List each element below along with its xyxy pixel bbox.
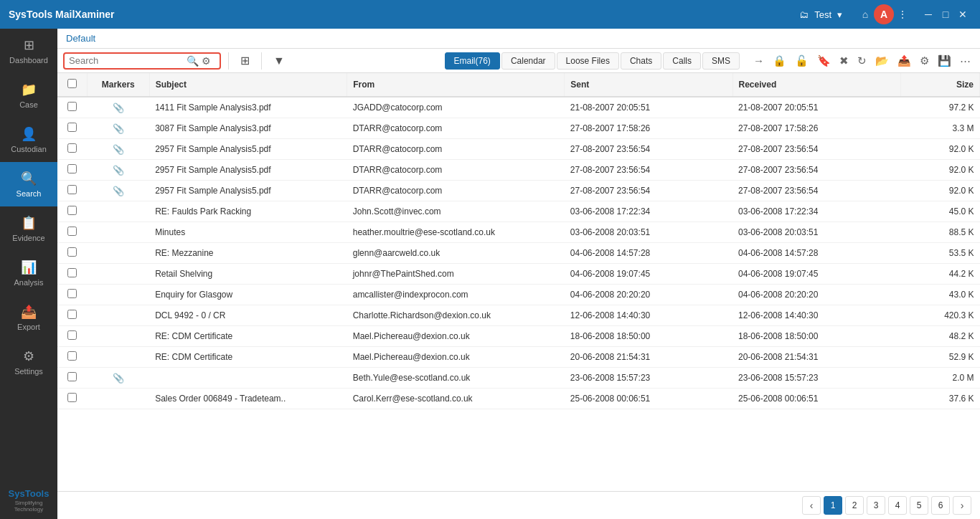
- row-size: 2.0 M: [900, 368, 979, 389]
- row-from: Carol.Kerr@ese-scotland.co.uk: [347, 389, 565, 409]
- sidebar-item-dashboard[interactable]: ⊞ Dashboard: [0, 29, 57, 73]
- row-received: 04-06-2008 14:57:28: [732, 243, 900, 264]
- open-folder-button[interactable]: 📂: [872, 52, 892, 70]
- row-checkbox[interactable]: [67, 393, 77, 402]
- col-header-size: Size: [900, 73, 979, 97]
- tab-loose-files[interactable]: Loose Files: [557, 52, 619, 70]
- row-subject[interactable]: 1411 Fit Sample Analysis3.pdf: [149, 97, 347, 118]
- tab-calls[interactable]: Calls: [663, 52, 701, 70]
- sidebar-item-export[interactable]: 📤 Export: [0, 295, 57, 340]
- lock-button[interactable]: 🔒: [769, 52, 790, 70]
- save-button[interactable]: 💾: [934, 52, 955, 70]
- row-checkbox[interactable]: [67, 268, 77, 277]
- maximize-button[interactable]: □: [937, 6, 954, 23]
- row-subject[interactable]: Retail Shelving: [149, 264, 347, 285]
- sidebar-item-search[interactable]: 🔍 Search: [0, 162, 57, 206]
- row-checkbox-cell: [57, 181, 87, 201]
- layout-toggle-button[interactable]: ⊞: [236, 52, 254, 70]
- top-bar: Default: [57, 29, 980, 49]
- sidebar-label-analysis: Analysis: [14, 278, 44, 287]
- menu-icon[interactable]: ⋮: [894, 6, 911, 23]
- tab-calendar[interactable]: Calendar: [501, 52, 555, 70]
- row-checkbox[interactable]: [67, 247, 77, 257]
- tab-sms[interactable]: SMS: [702, 52, 740, 70]
- bookmark-button[interactable]: 🔖: [814, 52, 834, 70]
- row-size: 420.3 K: [900, 305, 979, 326]
- row-checkbox[interactable]: [67, 143, 77, 153]
- row-subject[interactable]: 2957 Fit Sample Analysis5.pdf: [149, 160, 347, 181]
- unlock-button[interactable]: 🔓: [791, 52, 812, 70]
- forward-button[interactable]: →: [750, 52, 768, 69]
- col-header-from: From: [347, 73, 565, 97]
- close-button[interactable]: ✕: [954, 6, 971, 23]
- row-subject[interactable]: 3087 Fit Sample Analysis3.pdf: [149, 118, 347, 139]
- settings-icon: ⚙: [23, 348, 34, 364]
- row-checkbox[interactable]: [67, 330, 77, 340]
- search-settings-icon[interactable]: ⚙: [202, 55, 211, 67]
- row-marker-cell: 📎: [87, 139, 149, 160]
- page-4-button[interactable]: 4: [888, 496, 907, 515]
- page-5-button[interactable]: 5: [910, 496, 928, 515]
- remove-bookmark-button[interactable]: ✖: [836, 52, 852, 70]
- row-checkbox[interactable]: [67, 185, 77, 194]
- row-marker-cell: [87, 264, 149, 285]
- table-row: DCL 9492 - 0 / CR Charlotte.Richardson@d…: [57, 305, 980, 326]
- row-subject[interactable]: [149, 368, 347, 389]
- row-subject[interactable]: Sales Order 006849 - Tradeteam..: [149, 389, 347, 409]
- row-subject[interactable]: Enquiry for Glasgow: [149, 285, 347, 305]
- search-input[interactable]: [69, 55, 184, 66]
- sidebar-item-settings[interactable]: ⚙ Settings: [0, 340, 57, 384]
- select-all-checkbox[interactable]: [67, 79, 77, 88]
- workspace-dropdown-icon[interactable]: ▾: [837, 9, 842, 20]
- row-from: Charlotte.Richardson@dexion.co.uk: [347, 305, 565, 326]
- row-subject[interactable]: RE: CDM Certificate: [149, 326, 347, 347]
- row-sent: 27-08-2007 17:58:26: [565, 118, 732, 139]
- row-subject[interactable]: RE: Faulds Park Racking: [149, 201, 347, 222]
- sidebar-item-analysis[interactable]: 📊 Analysis: [0, 251, 57, 295]
- search-icon[interactable]: 🔍: [187, 55, 199, 67]
- page-1-button[interactable]: 1: [824, 496, 842, 515]
- row-received: 03-06-2008 20:03:51: [732, 222, 900, 243]
- row-subject[interactable]: RE: Mezzanine: [149, 243, 347, 264]
- sidebar-item-custodian[interactable]: 👤 Custodian: [0, 118, 57, 162]
- page-6-button[interactable]: 6: [931, 496, 950, 515]
- workspace-icon: 🗂: [799, 9, 809, 20]
- minimize-button[interactable]: ─: [920, 6, 937, 23]
- home-icon[interactable]: ⌂: [857, 6, 874, 23]
- row-subject[interactable]: RE: CDM Certificate: [149, 347, 347, 368]
- row-subject[interactable]: Minutes: [149, 222, 347, 243]
- prev-page-button[interactable]: ‹: [802, 496, 821, 515]
- row-received: 03-06-2008 17:22:34: [732, 201, 900, 222]
- next-page-button[interactable]: ›: [953, 496, 971, 515]
- row-checkbox[interactable]: [67, 310, 77, 319]
- page-2-button[interactable]: 2: [845, 496, 864, 515]
- row-sent: 25-06-2008 00:06:51: [565, 389, 732, 409]
- row-checkbox[interactable]: [67, 123, 77, 132]
- more-options-button[interactable]: ⋯: [956, 52, 974, 70]
- row-subject[interactable]: 2957 Fit Sample Analysis5.pdf: [149, 181, 347, 201]
- row-checkbox[interactable]: [67, 351, 77, 361]
- row-checkbox[interactable]: [67, 102, 77, 111]
- row-checkbox[interactable]: [67, 206, 77, 215]
- row-subject[interactable]: DCL 9492 - 0 / CR: [149, 305, 347, 326]
- table-row: RE: CDM Certificate Mael.Pichereau@dexio…: [57, 326, 980, 347]
- row-checkbox[interactable]: [67, 164, 77, 173]
- toolbar: 🔍 ⚙ ⊞ ▼ Email(76) Calendar Loose Files C…: [57, 49, 980, 73]
- row-checkbox[interactable]: [67, 227, 77, 236]
- avatar[interactable]: A: [874, 4, 894, 24]
- tab-email[interactable]: Email(76): [445, 52, 500, 70]
- page-3-button[interactable]: 3: [867, 496, 885, 515]
- row-checkbox[interactable]: [67, 372, 77, 381]
- export-button[interactable]: 📤: [894, 52, 915, 70]
- refresh-button[interactable]: ↻: [854, 52, 870, 70]
- sidebar-item-evidence[interactable]: 📋 Evidence: [0, 206, 57, 251]
- row-from: johnr@ThePaintShed.com: [347, 264, 565, 285]
- settings-action-button[interactable]: ⚙: [916, 52, 933, 70]
- tab-chats[interactable]: Chats: [621, 52, 661, 70]
- sidebar-item-case[interactable]: 📁 Case: [0, 73, 57, 118]
- filter-button[interactable]: ▼: [269, 52, 289, 70]
- row-checkbox[interactable]: [67, 289, 77, 298]
- sidebar-label-settings: Settings: [14, 367, 43, 376]
- default-link[interactable]: Default: [66, 33, 95, 44]
- row-subject[interactable]: 2957 Fit Sample Analysis5.pdf: [149, 139, 347, 160]
